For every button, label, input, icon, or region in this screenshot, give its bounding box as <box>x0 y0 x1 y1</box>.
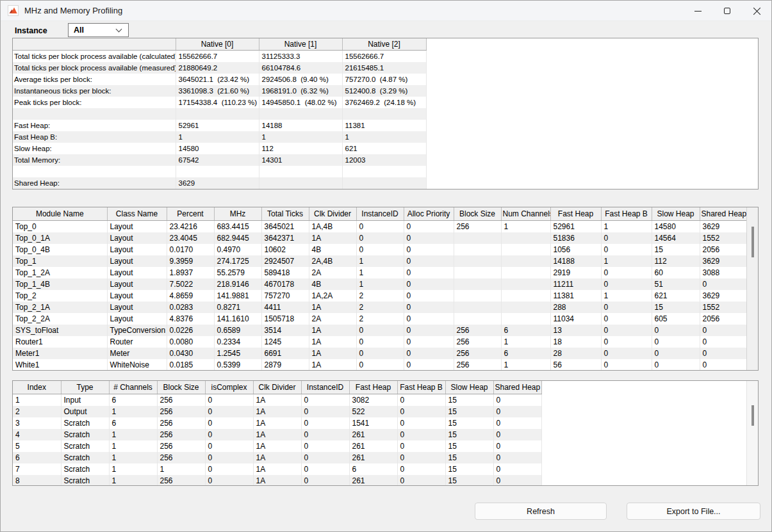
cell: 141.1610 <box>214 313 261 325</box>
cell: 261 <box>349 440 397 452</box>
cell: 2 <box>356 302 404 313</box>
cell: 1 <box>176 131 259 143</box>
table-row[interactable]: Meter1Meter0.04301.254566911A00256628000 <box>13 348 746 359</box>
cell: Total Memory: <box>13 154 176 166</box>
maximize-icon <box>724 8 730 14</box>
table-row[interactable]: 4Scratch125601A02610150 <box>13 429 541 440</box>
table-row[interactable]: Top_2_1ALayout0.02830.827144111A20288015… <box>13 302 746 313</box>
cell: 256 <box>157 440 205 452</box>
cell: 0 <box>404 278 454 290</box>
cell: 0 <box>397 452 445 463</box>
cell: 1 <box>109 440 157 452</box>
cell: 1 <box>601 290 652 302</box>
header-row: IndexType# ChannelsBlock SizeisComplexCl… <box>13 381 541 394</box>
matlab-logo-icon <box>8 5 19 16</box>
cell: 0 <box>700 348 746 359</box>
scrollbar-thumb[interactable] <box>751 405 754 426</box>
export-to-file-button[interactable]: Export to File... <box>627 503 760 520</box>
cell: 0 <box>601 278 652 290</box>
column-header: Module Name <box>13 207 107 220</box>
table-row[interactable]: 1Input625601A030820150 <box>13 394 541 406</box>
cell <box>454 278 501 290</box>
table-row[interactable]: 5Scratch125601A02610150 <box>13 440 541 452</box>
cell: 55.2579 <box>214 267 261 278</box>
cell: 56 <box>550 359 601 371</box>
table-row[interactable]: 3Scratch625601A015410150 <box>13 417 541 429</box>
table-row[interactable]: 2Output125601A05220150 <box>13 406 541 417</box>
refresh-button[interactable]: Refresh <box>475 503 607 520</box>
cell: Layout <box>107 232 167 244</box>
cell: 0 <box>301 440 349 452</box>
cell: TypeConversion <box>107 325 167 336</box>
table-row[interactable]: Top_0Layout23.4216683.441536450211A,4B00… <box>13 220 746 232</box>
cell: 256 <box>157 429 205 440</box>
table-row: Slow Heap:14580112621 <box>13 143 426 154</box>
column-header: Fast Heap B <box>601 207 652 220</box>
cell: 2A <box>309 267 356 278</box>
table-row[interactable]: 8Scratch125601A02610150 <box>13 475 541 487</box>
table-row[interactable]: 6Scratch125601A02610150 <box>13 452 541 463</box>
cell: 1505718 <box>261 313 309 325</box>
module-panel: Module NameClass NamePercentMHzTotal Tic… <box>12 207 759 371</box>
cell: 0 <box>356 359 404 371</box>
table-row: Fast Heap B:111 <box>13 131 426 143</box>
cell: 7.5022 <box>167 278 214 290</box>
cell: 0 <box>601 302 652 313</box>
cell: 0 <box>301 394 349 406</box>
cell: 256 <box>157 475 205 487</box>
cell <box>454 313 501 325</box>
table-row[interactable]: 7Scratch1101A060150 <box>13 463 541 475</box>
cell: 4670178 <box>261 278 309 290</box>
table-row: Peak ticks per block:17154338.4 (110.23 … <box>13 97 426 108</box>
table-row[interactable]: Top_0_4BLayout0.01700.4970106024B0010560… <box>13 244 746 255</box>
table-row[interactable]: Top_2Layout4.8659141.98817572701A,2A2011… <box>13 290 746 302</box>
cell: 28 <box>550 348 601 359</box>
cell: 256 <box>454 220 501 232</box>
cell <box>454 290 501 302</box>
buffer-table-scrollbar[interactable] <box>746 381 758 485</box>
cell: 0 <box>397 475 445 487</box>
table-row[interactable]: SYS_toFloatTypeConversion0.02260.6589351… <box>13 325 746 336</box>
cell: 0 <box>404 348 454 359</box>
column-header <box>13 38 176 50</box>
cell: 1 <box>109 429 157 440</box>
module-table-scrollbar[interactable] <box>746 207 758 370</box>
cell: 1 <box>109 463 157 475</box>
instance-dropdown[interactable]: All <box>68 23 129 37</box>
cell: 6 <box>109 417 157 429</box>
table-row[interactable]: Router1Router0.00800.233412451A002561180… <box>13 336 746 348</box>
table-row[interactable]: Top_1_2ALayout1.893755.25795894182A10291… <box>13 267 746 278</box>
cell: 0 <box>601 348 652 359</box>
table-row[interactable]: Top_0_1ALayout23.4045682.944536423711A00… <box>13 232 746 244</box>
cell: 0 <box>301 463 349 475</box>
close-button[interactable] <box>742 1 771 21</box>
cell: Top_2_1A <box>13 302 107 313</box>
cell: Layout <box>107 313 167 325</box>
cell: Top_0_4B <box>13 244 107 255</box>
table-row[interactable]: Top_2_2ALayout4.8376141.161015057182A201… <box>13 313 746 325</box>
cell: 2 <box>13 406 61 417</box>
cell: 0 <box>205 429 253 440</box>
cell: 10602 <box>261 244 309 255</box>
cell: 0 <box>205 452 253 463</box>
cell: 112 <box>259 143 342 154</box>
minimize-button[interactable] <box>683 1 712 21</box>
cell: 0.4970 <box>214 244 261 255</box>
table-row[interactable]: Top_1Layout9.3959274.172529245072A,4B101… <box>13 255 746 267</box>
scrollbar-thumb[interactable] <box>751 227 754 257</box>
column-header: Total Ticks <box>261 207 309 220</box>
cell: 0 <box>493 429 541 440</box>
table-row[interactable]: Top_1_4BLayout7.5022218.914646701784B101… <box>13 278 746 290</box>
cell: Fast Heap: <box>13 120 176 131</box>
cell: 3642371 <box>261 232 309 244</box>
table-row: Average ticks per block:3645021.1 (23.42… <box>13 74 426 85</box>
column-header: Class Name <box>107 207 167 220</box>
cell: 0 <box>301 475 349 487</box>
cell: 0 <box>205 417 253 429</box>
cell: 31125333.3 <box>259 50 342 62</box>
table-row[interactable]: White1WhiteNoise0.01850.539928791A002561… <box>13 359 746 371</box>
cell: Total ticks per block process available … <box>13 62 176 74</box>
cell: 0 <box>404 244 454 255</box>
maximize-button[interactable] <box>712 1 742 21</box>
column-header: Clk Divider <box>309 207 356 220</box>
